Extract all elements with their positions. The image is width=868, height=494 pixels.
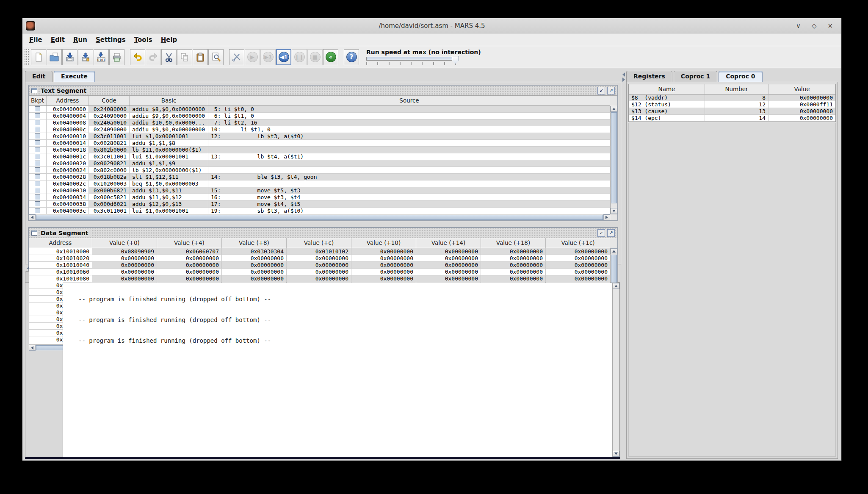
console-vscrollbar[interactable] xyxy=(612,283,619,457)
scroll-up-button[interactable] xyxy=(611,106,617,112)
menu-item[interactable]: Tools xyxy=(130,35,157,45)
paste-button[interactable] xyxy=(193,49,208,65)
run-button[interactable]: ▶ xyxy=(245,49,260,65)
cut-button[interactable] xyxy=(161,49,177,65)
bkpt-cell[interactable] xyxy=(29,194,47,200)
text-segment-row[interactable]: 0x0040001c 0x3c011001 lui $1,0x00001001 … xyxy=(29,153,610,160)
text-segment-row[interactable]: 0x0040002c 0x10200003 beq $1,$0,0x000000… xyxy=(29,180,610,187)
bkpt-cell[interactable] xyxy=(29,106,47,112)
data-segment-titlebar[interactable]: Data Segment ↙ ↗ xyxy=(29,228,617,238)
breakpoint-checkbox[interactable] xyxy=(35,194,40,200)
column-header[interactable]: Address xyxy=(47,96,89,105)
column-header[interactable]: Value (+0) xyxy=(92,238,157,248)
text-segment-row[interactable]: 0x00400010 0x3c011001 lui $1,0x00001001 … xyxy=(29,133,610,140)
registers-splitter[interactable] xyxy=(621,68,626,461)
text-segment-row[interactable]: 0x0040000c 0x24090000 addiu $9,$0,0x0000… xyxy=(29,126,610,133)
column-header[interactable]: Value (+10) xyxy=(351,238,416,248)
column-header[interactable]: Value (+4) xyxy=(157,238,222,248)
bkpt-cell[interactable] xyxy=(29,126,47,133)
text-segment-hscrollbar[interactable] xyxy=(29,214,617,220)
text-segment-row[interactable]: 0x00400008 0x240a0010 addiu $10,$0,0x000… xyxy=(29,119,610,126)
frame-restore-button[interactable]: ↙ xyxy=(597,87,605,94)
column-header[interactable]: Value (+14) xyxy=(416,238,481,248)
text-segment-row[interactable]: 0x00400014 0x00280821 addu $1,$1,$8 xyxy=(29,140,610,147)
scroll-up-button[interactable] xyxy=(611,248,617,254)
scroll-left-button[interactable] xyxy=(29,214,36,220)
dump-memory-button[interactable]: 0101 xyxy=(94,49,109,65)
frame-maximize-button[interactable]: ↗ xyxy=(607,229,615,237)
backstep-button[interactable]: ◀1 xyxy=(276,49,291,65)
register-row[interactable]: $13 (cause) 13 0x00000000 xyxy=(629,108,835,115)
bkpt-cell[interactable] xyxy=(29,140,47,146)
column-header[interactable]: Address xyxy=(29,238,92,248)
menu-item[interactable]: Edit xyxy=(47,35,69,45)
bkpt-cell[interactable] xyxy=(29,153,47,160)
bkpt-cell[interactable] xyxy=(29,180,47,187)
text-segment-vscrollbar[interactable] xyxy=(610,106,617,214)
save-as-button[interactable] xyxy=(78,49,93,65)
column-header[interactable]: Bkpt xyxy=(29,96,47,105)
bkpt-cell[interactable] xyxy=(29,187,47,194)
breakpoint-checkbox[interactable] xyxy=(35,174,40,180)
bkpt-cell[interactable] xyxy=(29,133,47,139)
breakpoint-checkbox[interactable] xyxy=(35,208,40,214)
scroll-down-button[interactable] xyxy=(611,208,617,214)
stop-button[interactable]: ■ xyxy=(307,49,323,65)
data-segment-row[interactable]: 0x10010000 0x08090909 0x06060707 0x03030… xyxy=(29,248,610,255)
run-io-output[interactable]: -- program is finished running (dropped … xyxy=(63,283,620,457)
new-file-button[interactable] xyxy=(31,49,46,65)
text-segment-row[interactable]: 0x00400020 0x00290821 addu $1,$1,$9 xyxy=(29,160,610,167)
help-button[interactable]: ? xyxy=(344,49,359,65)
column-header[interactable]: Source xyxy=(208,96,610,105)
tab-execute[interactable]: Execute xyxy=(54,71,95,82)
tab-coproc1[interactable]: Coproc 1 xyxy=(674,71,717,82)
column-header[interactable]: Value (+8) xyxy=(222,238,287,248)
save-button[interactable] xyxy=(62,49,77,65)
text-segment-row[interactable]: 0x00400038 0x000d6021 addu $12,$0,$13 17… xyxy=(29,201,610,208)
scroll-up-button[interactable] xyxy=(613,283,619,289)
redo-button[interactable] xyxy=(146,49,161,65)
breakpoint-checkbox[interactable] xyxy=(35,120,40,125)
breakpoint-checkbox[interactable] xyxy=(35,167,40,173)
breakpoint-checkbox[interactable] xyxy=(35,133,40,139)
toolbar-grip[interactable] xyxy=(24,49,29,66)
register-row[interactable]: $8 (vaddr) 8 0x00000000 xyxy=(629,94,835,101)
breakpoint-checkbox[interactable] xyxy=(35,181,40,186)
bkpt-cell[interactable] xyxy=(29,113,47,119)
scroll-right-button[interactable] xyxy=(603,214,610,220)
column-header[interactable]: Basic xyxy=(130,96,208,105)
bkpt-cell[interactable] xyxy=(29,201,47,207)
column-header[interactable]: Value (+18) xyxy=(481,238,546,248)
breakpoint-checkbox[interactable] xyxy=(35,147,40,153)
menu-item[interactable]: Help xyxy=(157,35,182,45)
bkpt-cell[interactable] xyxy=(29,147,47,153)
scroll-thumb[interactable] xyxy=(36,215,603,220)
breakpoint-checkbox[interactable] xyxy=(35,188,40,193)
find-replace-button[interactable] xyxy=(208,49,224,65)
data-segment-row[interactable]: 0x10010020 0x00000000 0x00000000 0x00000… xyxy=(29,255,610,262)
tab-registers[interactable]: Registers xyxy=(626,71,672,82)
scroll-left-button[interactable] xyxy=(29,345,36,351)
breakpoint-checkbox[interactable] xyxy=(35,113,40,119)
register-row[interactable]: $14 (epc) 14 0x00000000 xyxy=(629,115,835,122)
text-segment-row[interactable]: 0x00400030 0x000b6821 addu $13,$0,$11 15… xyxy=(29,187,610,194)
scroll-down-button[interactable] xyxy=(613,451,619,457)
column-header[interactable]: Value (+c) xyxy=(287,238,351,248)
text-segment-row[interactable]: 0x00400024 0x802c0000 lb $12,0x00000000(… xyxy=(29,167,610,174)
step-button[interactable]: ▶1 xyxy=(260,49,276,65)
breakpoint-checkbox[interactable] xyxy=(35,201,40,207)
pause-button[interactable]: ❙❙ xyxy=(292,49,307,65)
text-segment-row[interactable]: 0x00400000 0x24080000 addiu $8,$0,0x0000… xyxy=(29,106,610,113)
register-row[interactable]: $12 (status) 12 0x0000ff11 xyxy=(629,101,835,108)
frame-maximize-button[interactable]: ↗ xyxy=(607,87,615,94)
breakpoint-checkbox[interactable] xyxy=(35,154,40,159)
print-button[interactable] xyxy=(109,49,124,65)
bkpt-cell[interactable] xyxy=(29,174,47,180)
undo-button[interactable] xyxy=(130,49,145,65)
text-segment-row[interactable]: 0x00400004 0x24090000 addiu $9,$0,0x0000… xyxy=(29,113,610,119)
menu-item[interactable]: Run xyxy=(69,35,91,45)
copy-button[interactable] xyxy=(177,49,192,65)
reset-button[interactable]: « xyxy=(323,49,338,65)
data-segment-row[interactable]: 0x10010080 0x00000000 0x00000000 0x00000… xyxy=(29,275,610,282)
data-segment-row[interactable]: 0x10010040 0x00000000 0x00000000 0x00000… xyxy=(29,262,610,269)
